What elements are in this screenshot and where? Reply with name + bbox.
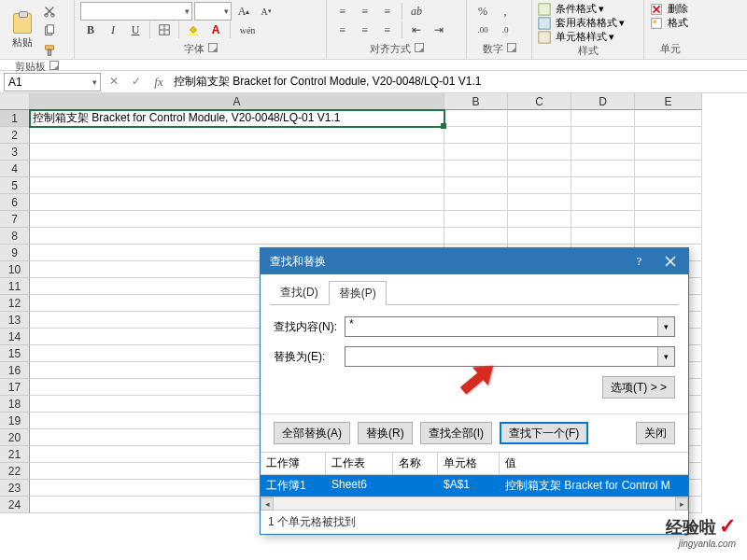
align-middle-button[interactable]: ≡ bbox=[355, 2, 375, 21]
cell[interactable] bbox=[508, 177, 571, 194]
row-header[interactable]: 19 bbox=[0, 413, 30, 429]
col-cell[interactable]: 单元格 bbox=[438, 453, 500, 474]
indent-increase-button[interactable]: ⇥ bbox=[429, 21, 449, 39]
select-all-corner[interactable] bbox=[0, 93, 30, 110]
phonetic-button[interactable]: wén bbox=[234, 21, 261, 39]
replace-with-input[interactable]: ▾ bbox=[345, 346, 675, 367]
underline-button[interactable]: U bbox=[125, 21, 146, 39]
find-next-button[interactable]: 查找下一个(F) bbox=[500, 422, 588, 444]
cell[interactable] bbox=[635, 161, 702, 177]
dialog-titlebar[interactable]: 查找和替换 ? bbox=[261, 248, 688, 274]
cell[interactable] bbox=[571, 177, 635, 194]
row-header[interactable]: 6 bbox=[0, 194, 30, 211]
row-header[interactable]: 18 bbox=[0, 396, 30, 413]
row-header[interactable]: 20 bbox=[0, 429, 30, 446]
cell[interactable] bbox=[444, 127, 508, 144]
orientation-button[interactable]: ab bbox=[406, 2, 427, 21]
find-what-input[interactable]: *▾ bbox=[345, 316, 675, 337]
percent-button[interactable]: % bbox=[472, 2, 493, 21]
number-launcher[interactable] bbox=[507, 43, 516, 52]
font-name-combo[interactable]: ▾ bbox=[80, 2, 192, 21]
grow-font-button[interactable]: A▴ bbox=[233, 2, 254, 21]
cell[interactable] bbox=[30, 127, 444, 144]
close-button[interactable]: 关闭 bbox=[636, 422, 675, 444]
cell[interactable] bbox=[571, 161, 635, 177]
chevron-down-icon[interactable]: ▾ bbox=[657, 317, 674, 336]
row-header[interactable]: 2 bbox=[0, 127, 30, 144]
replace-button[interactable]: 替换(R) bbox=[358, 422, 413, 444]
cell[interactable] bbox=[508, 228, 571, 245]
cell[interactable] bbox=[571, 144, 635, 161]
table-format-button[interactable]: 套用表格格式 ▾ bbox=[538, 16, 638, 30]
col-value[interactable]: 值 bbox=[500, 453, 688, 474]
cell[interactable] bbox=[444, 161, 508, 177]
row-header[interactable]: 14 bbox=[0, 329, 30, 345]
result-row[interactable]: 工作簿1 Sheet6 $A$1 控制箱支架 Bracket for Contr… bbox=[261, 475, 688, 497]
increase-decimal-button[interactable]: .00 bbox=[472, 21, 493, 39]
cell[interactable] bbox=[635, 194, 702, 211]
row-header[interactable]: 12 bbox=[0, 295, 30, 312]
cell[interactable] bbox=[508, 211, 571, 228]
row-header[interactable]: 24 bbox=[0, 497, 30, 513]
cell[interactable] bbox=[635, 228, 702, 245]
cell[interactable] bbox=[444, 177, 508, 194]
row-header[interactable]: 21 bbox=[0, 446, 30, 463]
indent-decrease-button[interactable]: ⇤ bbox=[406, 21, 427, 39]
cell[interactable] bbox=[508, 194, 571, 211]
cell[interactable] bbox=[444, 144, 508, 161]
cell[interactable] bbox=[508, 161, 571, 177]
cell[interactable] bbox=[444, 194, 508, 211]
comma-button[interactable]: , bbox=[495, 2, 515, 21]
cell[interactable] bbox=[571, 110, 635, 127]
fill-color-button[interactable] bbox=[183, 21, 204, 39]
delete-cells-button[interactable]: 删除 bbox=[650, 2, 691, 16]
col-name[interactable]: 名称 bbox=[393, 453, 438, 474]
conditional-format-button[interactable]: 条件格式 ▾ bbox=[538, 2, 638, 16]
dialog-close-button[interactable] bbox=[653, 248, 688, 274]
column-header[interactable]: D bbox=[571, 93, 635, 110]
cell[interactable] bbox=[571, 194, 635, 211]
row-header[interactable]: 5 bbox=[0, 177, 30, 194]
italic-button[interactable]: I bbox=[103, 21, 123, 39]
row-header[interactable]: 4 bbox=[0, 161, 30, 177]
cell[interactable] bbox=[444, 228, 508, 245]
align-bottom-button[interactable]: ≡ bbox=[377, 2, 398, 21]
name-box[interactable]: A1▾ bbox=[4, 73, 101, 91]
cell[interactable] bbox=[571, 228, 635, 245]
tab-find[interactable]: 查找(D) bbox=[270, 280, 329, 304]
row-header[interactable]: 13 bbox=[0, 312, 30, 329]
cell[interactable] bbox=[444, 211, 508, 228]
cell[interactable] bbox=[444, 110, 508, 127]
row-header[interactable]: 11 bbox=[0, 278, 30, 295]
cell[interactable] bbox=[30, 228, 444, 245]
cell[interactable] bbox=[635, 144, 702, 161]
cancel-edit-button[interactable]: ✕ bbox=[103, 73, 125, 91]
align-left-button[interactable]: ≡ bbox=[332, 21, 353, 39]
results-hscroll[interactable]: ◂▸ bbox=[261, 497, 688, 510]
column-header[interactable]: B bbox=[444, 93, 508, 110]
dialog-help-button[interactable]: ? bbox=[637, 255, 641, 269]
column-header[interactable]: E bbox=[635, 93, 702, 110]
row-header[interactable]: 23 bbox=[0, 480, 30, 497]
cell[interactable] bbox=[571, 127, 635, 144]
format-cells-button[interactable]: 格式 bbox=[650, 16, 691, 30]
cell[interactable] bbox=[508, 127, 571, 144]
decrease-decimal-button[interactable]: .0 bbox=[495, 21, 515, 39]
paste-button[interactable]: 粘贴 bbox=[6, 12, 39, 49]
row-header[interactable]: 15 bbox=[0, 345, 30, 362]
replace-all-button[interactable]: 全部替换(A) bbox=[274, 422, 350, 444]
cell[interactable] bbox=[30, 161, 444, 177]
cell[interactable] bbox=[508, 110, 571, 127]
format-painter-button[interactable] bbox=[39, 41, 60, 60]
cell[interactable] bbox=[635, 110, 702, 127]
shrink-font-button[interactable]: A▾ bbox=[256, 2, 276, 21]
cell[interactable] bbox=[30, 144, 444, 161]
formula-input[interactable] bbox=[170, 73, 747, 91]
cut-button[interactable] bbox=[39, 2, 60, 21]
clipboard-launcher[interactable] bbox=[49, 61, 59, 70]
row-header[interactable]: 7 bbox=[0, 211, 30, 228]
col-workbook[interactable]: 工作簿 bbox=[261, 453, 326, 474]
align-launcher[interactable] bbox=[415, 43, 424, 52]
row-header[interactable]: 8 bbox=[0, 228, 30, 245]
font-size-combo[interactable]: ▾ bbox=[194, 2, 232, 21]
